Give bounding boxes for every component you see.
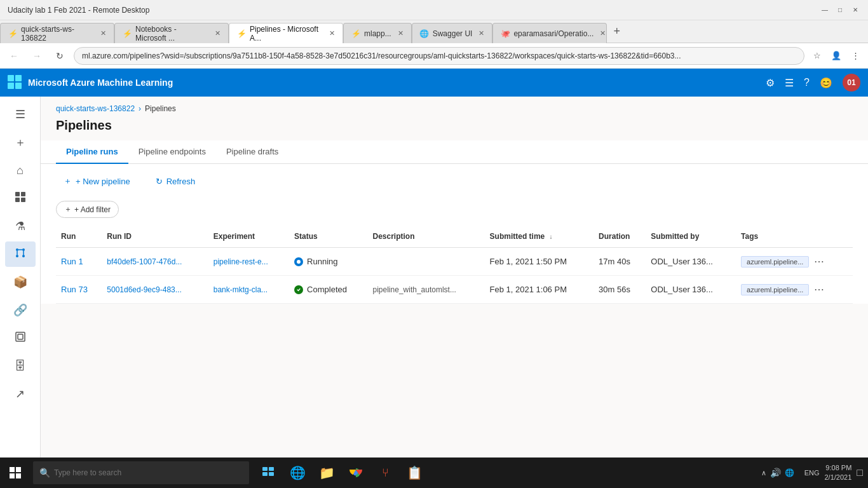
tab-notebooks[interactable]: ⚡ Notebooks - Microsoft ... ✕ xyxy=(114,23,229,43)
forward-button[interactable]: → xyxy=(28,47,46,65)
cell-submitted-time: Feb 1, 2021 1:06 PM xyxy=(485,276,594,304)
url-bar[interactable]: ml.azure.com/pipelines?wsid=/subscriptio… xyxy=(74,47,804,65)
sidebar-item-create[interactable]: ＋ xyxy=(5,130,36,155)
breadcrumb-separator: › xyxy=(139,104,141,113)
add-filter-button[interactable]: ＋ + Add filter xyxy=(56,201,119,218)
reload-button[interactable]: ↻ xyxy=(51,47,69,65)
git-icon[interactable]: ⑂ xyxy=(371,459,399,487)
emoji-icon[interactable]: 😊 xyxy=(820,77,832,89)
bookmark-icon[interactable]: ☆ xyxy=(810,48,825,64)
experiment-link[interactable]: bank-mktg-cla... xyxy=(214,285,268,294)
notifications-icon[interactable]: ☰ xyxy=(785,77,794,89)
tab-close[interactable]: ✕ xyxy=(329,29,335,37)
sidebar-item-assets[interactable] xyxy=(5,186,36,211)
col-status: Status xyxy=(289,226,367,248)
tab-close[interactable]: ✕ xyxy=(478,29,484,37)
svg-point-11 xyxy=(22,255,25,257)
file-explorer-icon[interactable]: 📁 xyxy=(313,459,341,487)
tab-label: Notebooks - Microsoft ... xyxy=(135,25,208,43)
help-icon[interactable]: ? xyxy=(804,77,810,88)
profile-icon[interactable]: 👤 xyxy=(829,48,844,64)
breadcrumb-workspace[interactable]: quick-starts-ws-136822 xyxy=(56,104,135,113)
notification-icon[interactable]: □ xyxy=(857,467,863,478)
window-controls[interactable]: — □ ✕ xyxy=(820,5,860,15)
extensions-icon[interactable]: ⋮ xyxy=(848,48,863,64)
sidebar-item-menu[interactable]: ☰ xyxy=(5,102,36,127)
sidebar-item-pipelines[interactable] xyxy=(5,241,36,267)
sort-icon: ↓ xyxy=(550,233,553,240)
status-badge: Completed xyxy=(294,285,362,294)
tab-close[interactable]: ✕ xyxy=(398,29,403,37)
col-description: Description xyxy=(368,226,485,248)
app-icon[interactable]: 📋 xyxy=(400,459,428,487)
more-options-button[interactable]: ⋯ xyxy=(814,255,824,268)
run-link[interactable]: Run 73 xyxy=(61,285,88,294)
address-bar: ← → ↻ ml.azure.com/pipelines?wsid=/subsc… xyxy=(0,43,868,69)
system-tray-icons: ∧ 🔊 🌐 xyxy=(761,468,794,478)
run-id-link[interactable]: 5001d6ed-9ec9-483... xyxy=(107,285,181,294)
url-text: ml.azure.com/pipelines?wsid=/subscriptio… xyxy=(82,51,681,60)
svg-rect-1 xyxy=(15,75,22,81)
new-tab-button[interactable]: + xyxy=(607,22,627,42)
sidebar-item-models[interactable]: 📦 xyxy=(5,269,36,295)
sidebar-item-feedback[interactable]: ↗ xyxy=(5,381,36,407)
search-icon: 🔍 xyxy=(39,468,50,478)
sidebar-item-home[interactable]: ⌂ xyxy=(5,158,36,183)
close-button[interactable]: ✕ xyxy=(850,5,860,15)
tab-close[interactable]: ✕ xyxy=(100,29,106,37)
clock[interactable]: 9:08 PM 2/1/2021 xyxy=(825,463,852,483)
network-icon[interactable]: 🔊 xyxy=(770,468,781,478)
search-input[interactable] xyxy=(54,468,243,477)
app-logo xyxy=(8,75,22,91)
refresh-button[interactable]: ↻ Refresh xyxy=(148,173,203,190)
language-indicator: ENG xyxy=(804,469,820,477)
svg-rect-7 xyxy=(21,198,25,202)
breadcrumb: quick-starts-ws-136822 › Pipelines xyxy=(41,97,868,116)
col-tags: Tags xyxy=(736,226,853,248)
tab-pipeline-drafts[interactable]: Pipeline drafts xyxy=(216,140,288,164)
cell-description: pipeline_with_automlst... xyxy=(368,276,485,304)
col-submitted-time[interactable]: Submitted time ↓ xyxy=(485,226,594,248)
tab-pipeline-endpoints[interactable]: Pipeline endpoints xyxy=(128,140,216,164)
experiment-link[interactable]: pipeline-rest-e... xyxy=(214,257,268,266)
run-id-link[interactable]: bf40def5-1007-476d... xyxy=(107,257,182,266)
tab-pipelines[interactable]: ⚡ Pipelines - Microsoft A... ✕ xyxy=(229,23,343,43)
tab-quickstarts[interactable]: ⚡ quick-starts-ws-136822 ✕ xyxy=(0,23,114,43)
feedback-icon: ↗ xyxy=(15,387,25,401)
sidebar-item-experiments[interactable]: ⚗ xyxy=(5,214,36,239)
run-link[interactable]: Run 1 xyxy=(61,257,83,266)
sidebar-item-datastores[interactable]: 🗄 xyxy=(5,353,36,379)
chrome-icon[interactable] xyxy=(342,459,370,487)
volume-icon[interactable]: 🌐 xyxy=(785,468,794,477)
task-view-button[interactable] xyxy=(254,459,282,487)
tab-close[interactable]: ✕ xyxy=(600,29,606,37)
status-text: Completed xyxy=(307,285,347,294)
restore-button[interactable]: □ xyxy=(835,5,845,15)
user-avatar[interactable]: 01 xyxy=(843,74,860,92)
taskbar-search[interactable]: 🔍 xyxy=(33,461,249,484)
col-experiment: Experiment xyxy=(208,226,289,248)
tab-mlapp[interactable]: ⚡ mlapp... ✕ xyxy=(343,23,412,43)
cell-tags: azureml.pipeline... ⋯ xyxy=(736,276,853,304)
svg-point-9 xyxy=(22,248,25,251)
back-button[interactable]: ← xyxy=(5,47,23,65)
sidebar: ☰ ＋ ⌂ ⚗ xyxy=(0,97,41,458)
settings-icon[interactable]: ⚙ xyxy=(766,77,775,89)
new-pipeline-button[interactable]: ＋ + New pipeline xyxy=(56,172,138,191)
cell-run-id: 5001d6ed-9ec9-483... xyxy=(102,276,208,304)
cell-experiment: bank-mktg-cla... xyxy=(208,276,289,304)
col-run-id: Run ID xyxy=(102,226,208,248)
tab-close[interactable]: ✕ xyxy=(215,29,220,37)
tab-github[interactable]: 🐙 eparamasari/Operatio... ✕ xyxy=(492,23,607,43)
tab-pipeline-runs[interactable]: Pipeline runs xyxy=(56,140,128,164)
toolbar: ＋ + New pipeline ↻ Refresh xyxy=(41,164,868,198)
svg-rect-5 xyxy=(21,192,25,196)
ie-icon[interactable]: 🌐 xyxy=(283,459,311,487)
tray-expand[interactable]: ∧ xyxy=(761,469,766,477)
sidebar-item-compute[interactable] xyxy=(5,325,36,351)
start-button[interactable] xyxy=(0,458,31,488)
minimize-button[interactable]: — xyxy=(820,5,830,15)
tab-swagger[interactable]: 🌐 Swagger UI ✕ xyxy=(412,23,493,43)
more-options-button[interactable]: ⋯ xyxy=(814,283,824,295)
sidebar-item-endpoints[interactable]: 🔗 xyxy=(5,297,36,323)
